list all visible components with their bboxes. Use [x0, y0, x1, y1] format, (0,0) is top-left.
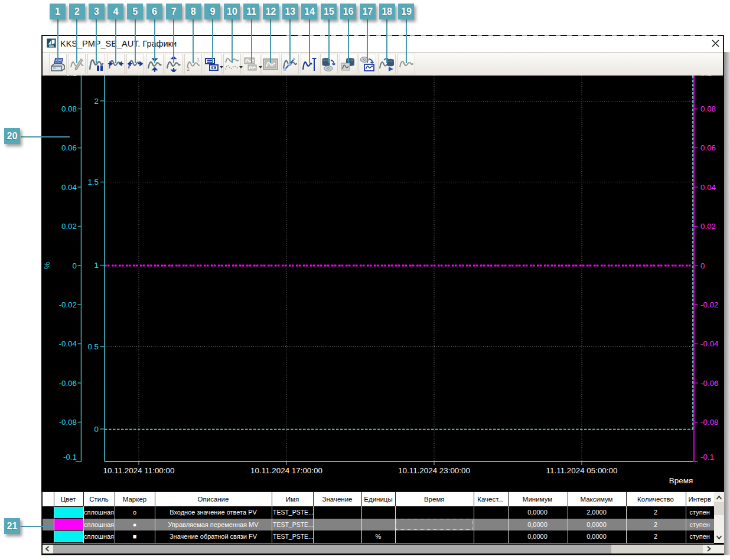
svg-text:11.11.2024 05:00:00: 11.11.2024 05:00:00 — [546, 466, 618, 475]
svg-text:1.5: 1.5 — [87, 178, 99, 186]
svg-text:1: 1 — [94, 261, 99, 270]
svg-text:0.5: 0.5 — [87, 342, 99, 351]
svg-text:0: 0 — [73, 261, 77, 270]
svg-text:2: 2 — [187, 66, 190, 72]
svg-text:-0.04: -0.04 — [700, 339, 719, 348]
svg-text:0.04: 0.04 — [61, 183, 77, 192]
svg-text:10.11.2024 11:00:00: 10.11.2024 11:00:00 — [103, 466, 175, 475]
svg-text:-0.08: -0.08 — [58, 418, 77, 427]
svg-text:0.04: 0.04 — [700, 183, 716, 192]
svg-text:-0.02: -0.02 — [700, 300, 719, 309]
svg-text:0.1: 0.1 — [700, 76, 712, 78]
svg-text:0.08: 0.08 — [700, 104, 716, 113]
svg-text:10.11.2024 23:00:00: 10.11.2024 23:00:00 — [398, 466, 470, 475]
svg-text:Время: Время — [669, 476, 693, 485]
svg-text:-0.02: -0.02 — [58, 300, 77, 309]
svg-text:0: 0 — [700, 261, 705, 270]
svg-text:-0.1: -0.1 — [700, 453, 714, 461]
svg-text:10.11.2024 17:00:00: 10.11.2024 17:00:00 — [250, 466, 322, 475]
svg-text:0.06: 0.06 — [61, 143, 77, 152]
svg-text:2: 2 — [94, 97, 99, 106]
svg-text:0.02: 0.02 — [61, 222, 77, 231]
svg-text:0: 0 — [94, 425, 99, 434]
svg-text:0.1: 0.1 — [66, 76, 77, 78]
svg-text:%: % — [43, 262, 51, 269]
svg-text:0.06: 0.06 — [700, 143, 716, 152]
svg-text:-0.04: -0.04 — [58, 339, 77, 348]
svg-text:-0.06: -0.06 — [700, 379, 719, 388]
svg-text:-0.06: -0.06 — [58, 379, 77, 388]
svg-text:0.08: 0.08 — [61, 104, 77, 113]
svg-text:-0.1: -0.1 — [63, 453, 77, 461]
svg-text:1: 1 — [197, 57, 200, 63]
svg-text:-0.08: -0.08 — [700, 418, 719, 427]
svg-text:0.02: 0.02 — [700, 222, 716, 231]
